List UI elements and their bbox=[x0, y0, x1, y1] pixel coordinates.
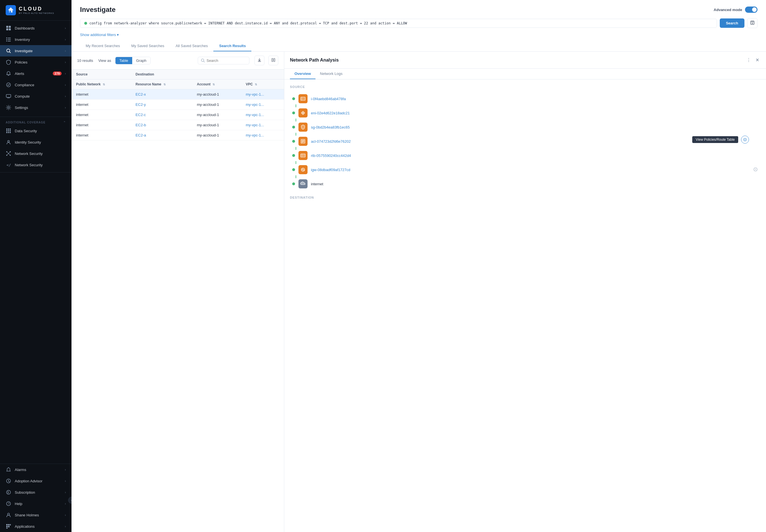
table-search-input[interactable] bbox=[207, 58, 246, 63]
svg-rect-21 bbox=[6, 130, 7, 131]
sidebar-item-applications[interactable]: Applications › bbox=[0, 521, 71, 532]
panel-close-button[interactable]: ✕ bbox=[754, 56, 760, 64]
svg-rect-6 bbox=[6, 37, 7, 38]
path-item-5[interactable]: rtb-0575590240cc442d4 bbox=[290, 149, 760, 162]
cell-resource-name[interactable]: EC2-a bbox=[131, 130, 192, 140]
results-table-section: 10 results View as Table Graph bbox=[71, 52, 284, 532]
sidebar-item-adoption-advisor[interactable]: Adoption Advisor › bbox=[0, 475, 71, 487]
view-graph-button[interactable]: Graph bbox=[132, 57, 150, 64]
path-item-2-name[interactable]: eni-02e4d622e18adc21 bbox=[311, 111, 758, 115]
path-item-5-name[interactable]: rtb-0575590240cc442d4 bbox=[311, 153, 758, 158]
table-search-box[interactable] bbox=[198, 57, 249, 64]
path-item-7[interactable]: internet bbox=[290, 178, 760, 190]
investigate-label: Investigate bbox=[15, 49, 62, 53]
path-item-3[interactable]: sg-0bd2b4ea83fb1ec65 bbox=[290, 121, 760, 133]
table-row[interactable]: internet EC2-a my-accloud-1 my-vpc-1... bbox=[71, 130, 284, 140]
tab-saved-searches[interactable]: My Saved Searches bbox=[126, 41, 170, 51]
inventory-label: Inventory bbox=[15, 37, 62, 42]
path-item-6[interactable]: igw-08dbadf09af1727cd bbox=[290, 163, 760, 176]
sidebar-item-settings[interactable]: Settings › bbox=[0, 102, 71, 113]
cell-resource-name[interactable]: EC2-x bbox=[131, 89, 192, 100]
vpc-header: VPC ⇅ bbox=[241, 79, 284, 89]
content-area: 10 results View as Table Graph bbox=[71, 52, 766, 532]
path-item-1[interactable]: i-0f4aebd846ab478fa bbox=[290, 92, 760, 105]
sidebar-item-inventory[interactable]: Inventory › bbox=[0, 34, 71, 45]
svg-rect-57 bbox=[274, 58, 275, 62]
svg-point-28 bbox=[8, 153, 9, 154]
save-search-button[interactable] bbox=[747, 18, 757, 28]
cell-vpc[interactable]: my-vpc-1... bbox=[241, 110, 284, 120]
sidebar-item-compliance[interactable]: Compliance › bbox=[0, 79, 71, 91]
subscription-label: Subscription bbox=[15, 490, 62, 495]
cell-vpc[interactable]: my-vpc-1... bbox=[241, 89, 284, 100]
subscription-icon: $ bbox=[6, 489, 11, 495]
sidebar-item-investigate[interactable]: Investigate › bbox=[0, 45, 71, 56]
sidebar-item-subscription[interactable]: $ Subscription › bbox=[0, 487, 71, 498]
path-item-3-name[interactable]: sg-0bd2b4ea83fb1ec65 bbox=[311, 125, 758, 129]
columns-button[interactable] bbox=[268, 56, 278, 65]
table-body: internet EC2-x my-accloud-1 my-vpc-1... … bbox=[71, 89, 284, 140]
table-row[interactable]: internet EC2-x my-accloud-1 my-vpc-1... bbox=[71, 89, 284, 100]
svg-line-35 bbox=[7, 154, 8, 155]
tab-search-results[interactable]: Search Results bbox=[213, 41, 251, 51]
path-item-1-name[interactable]: i-0f4aebd846ab478fa bbox=[311, 97, 758, 101]
sidebar-item-identity-security[interactable]: Identity Security bbox=[0, 136, 71, 148]
svg-rect-8 bbox=[6, 39, 7, 40]
tab-all-saved-searches[interactable]: All Saved Searches bbox=[170, 41, 213, 51]
sidebar-item-network-security-2[interactable]: </> Network Security bbox=[0, 159, 71, 171]
cell-public-network: internet bbox=[71, 110, 131, 120]
search-button[interactable]: Search bbox=[720, 18, 744, 28]
sidebar-item-policies[interactable]: Policies › bbox=[0, 56, 71, 68]
internet-cloud-icon bbox=[298, 179, 308, 188]
path-dot-3 bbox=[292, 126, 295, 129]
data-security-icon bbox=[6, 128, 11, 134]
sidebar-item-alerts[interactable]: Alerts 279 › bbox=[0, 68, 71, 79]
panel-tab-overview[interactable]: Overview bbox=[290, 69, 315, 79]
sidebar-item-data-security[interactable]: Data Security bbox=[0, 125, 71, 136]
path-dot-5 bbox=[292, 154, 295, 157]
view-as-label: View as bbox=[98, 58, 111, 63]
palo-alto-logo-icon bbox=[6, 5, 16, 15]
table-row[interactable]: internet EC2-c my-accloud-1 my-vpc-1... bbox=[71, 110, 284, 120]
igw-info-button[interactable] bbox=[753, 167, 758, 173]
panel-more-options-button[interactable]: ⋮ bbox=[745, 56, 752, 64]
cell-vpc[interactable]: my-vpc-1... bbox=[241, 120, 284, 130]
table-row[interactable]: internet EC2-b my-accloud-1 my-vpc-1... bbox=[71, 120, 284, 130]
advanced-mode-switch[interactable] bbox=[745, 7, 757, 13]
show-filters-link[interactable]: Show additional filters ▾ bbox=[80, 33, 757, 37]
path-item-4-name[interactable]: acl-074723d2fd6e76202 bbox=[311, 139, 758, 144]
advanced-mode-toggle[interactable]: Advanced mode bbox=[714, 7, 757, 13]
cell-account: my-accloud-1 bbox=[192, 89, 241, 100]
cell-resource-name[interactable]: EC2-y bbox=[131, 100, 192, 110]
sidebar-item-dashboards[interactable]: Dashboards › bbox=[0, 22, 71, 34]
sidebar-item-network-security-1[interactable]: Network Security bbox=[0, 148, 71, 159]
tab-recent-searches[interactable]: My Recent Searches bbox=[80, 41, 126, 51]
cell-resource-name[interactable]: EC2-b bbox=[131, 120, 192, 130]
path-item-2[interactable]: eni-02e4d622e18adc21 bbox=[290, 107, 760, 119]
path-item-4[interactable]: acl-074723d2fd6e76202 Allow traffic View… bbox=[290, 135, 760, 148]
cell-public-network: internet bbox=[71, 130, 131, 140]
investigate-chevron: › bbox=[65, 49, 66, 52]
additional-coverage-header: ADDITIONAL COVERAGE ⌃ bbox=[0, 119, 71, 125]
table-row[interactable]: internet EC2-y my-accloud-1 my-vpc-1... bbox=[71, 100, 284, 110]
panel-tab-network-logs[interactable]: Network Logs bbox=[315, 69, 347, 79]
svg-point-27 bbox=[8, 140, 9, 142]
sidebar-item-alarms[interactable]: Alarms › bbox=[0, 464, 71, 475]
download-button[interactable] bbox=[254, 56, 264, 65]
cell-vpc[interactable]: my-vpc-1... bbox=[241, 130, 284, 140]
sidebar-item-help[interactable]: ? Help › bbox=[0, 498, 71, 509]
path-item-6-name[interactable]: igw-08dbadf09af1727cd bbox=[311, 168, 750, 172]
applications-icon bbox=[6, 523, 11, 529]
sidebar-item-compute[interactable]: Compute › bbox=[0, 91, 71, 102]
view-policies-button[interactable] bbox=[741, 136, 749, 144]
path-item-7-name[interactable]: internet bbox=[311, 182, 758, 186]
sidebar-item-user-profile[interactable]: Shane Holmes › bbox=[0, 509, 71, 521]
alerts-chevron: › bbox=[65, 72, 66, 75]
view-table-button[interactable]: Table bbox=[115, 57, 132, 64]
cell-resource-name[interactable]: EC2-c bbox=[131, 110, 192, 120]
svg-rect-9 bbox=[8, 39, 11, 40]
page-title: Investigate bbox=[80, 6, 115, 14]
cell-vpc[interactable]: my-vpc-1... bbox=[241, 100, 284, 110]
ec2-icon bbox=[298, 94, 308, 103]
table-toolbar: 10 results View as Table Graph bbox=[71, 52, 284, 70]
